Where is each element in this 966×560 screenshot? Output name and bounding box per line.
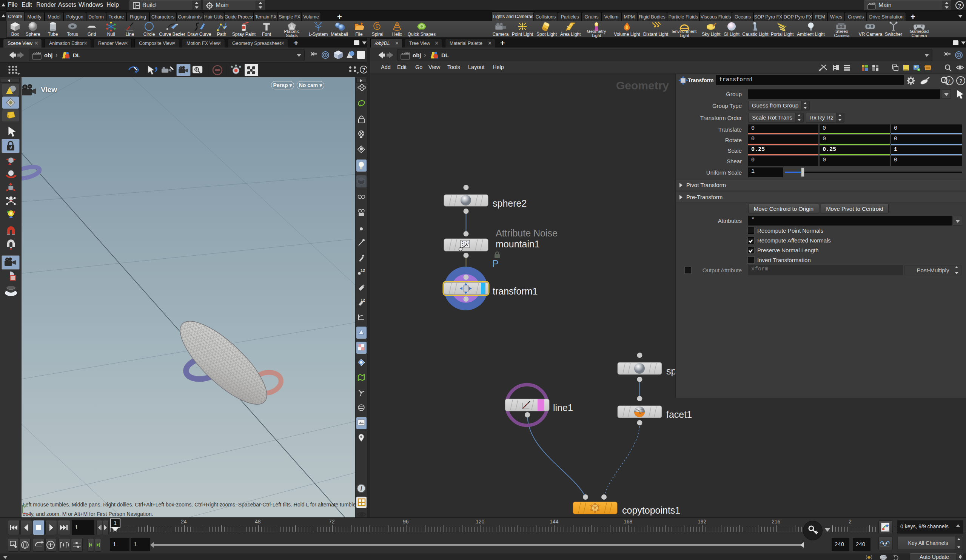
svg-text:i: i: [948, 78, 950, 84]
svg-text:sp: sp: [666, 366, 676, 377]
svg-text:sphere2: sphere2: [493, 198, 527, 208]
svg-text:mountain1: mountain1: [496, 239, 540, 249]
svg-text:copytopoints1: copytopoints1: [622, 505, 680, 516]
svg-text:facet1: facet1: [666, 409, 692, 420]
svg-text:line1: line1: [553, 402, 573, 413]
svg-text:?: ?: [959, 78, 963, 84]
svg-text:P: P: [492, 258, 499, 269]
svg-text:Attribute Noise: Attribute Noise: [496, 228, 557, 238]
svg-text:12: 12: [360, 268, 365, 273]
svg-text:transform1: transform1: [493, 286, 537, 296]
svg-text:12: 12: [360, 298, 365, 303]
svg-text:y: y: [24, 502, 26, 508]
